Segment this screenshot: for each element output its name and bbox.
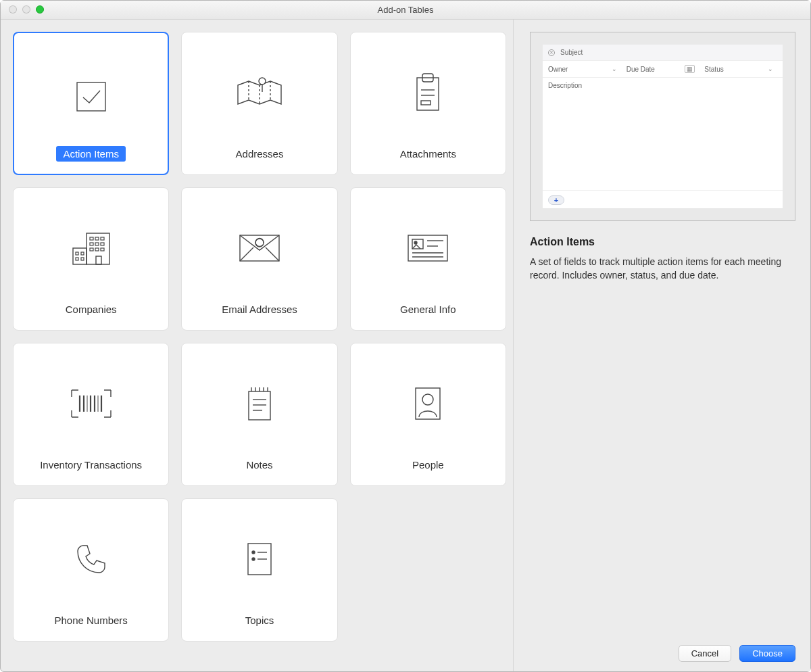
- add-record-button: +: [548, 195, 564, 205]
- map-pin-icon: [182, 32, 337, 139]
- svg-rect-6: [421, 101, 431, 105]
- svg-point-48: [252, 558, 255, 560]
- tile-notes[interactable]: Notes: [181, 343, 337, 486]
- clear-icon: ✕: [548, 49, 555, 56]
- svg-point-46: [252, 551, 255, 554]
- tile-label: Addresses: [236, 139, 284, 174]
- tile-label: People: [412, 450, 444, 485]
- svg-rect-11: [101, 237, 104, 240]
- tile-label: Action Items: [56, 146, 126, 162]
- svg-point-1: [259, 78, 266, 85]
- chevron-down-icon: ⌄: [768, 66, 773, 72]
- preview-form: ✕ Subject Owner⌄ Due Date▦ Status⌄ Descr…: [543, 45, 783, 208]
- preview-field-subject: Subject: [560, 49, 583, 56]
- svg-point-44: [422, 394, 433, 405]
- tile-label: Attachments: [400, 139, 456, 174]
- minimize-window-button[interactable]: [22, 5, 30, 14]
- svg-rect-18: [76, 252, 78, 255]
- preview-subject-row: ✕ Subject: [543, 45, 783, 61]
- svg-rect-8: [73, 248, 87, 264]
- tile-label: Notes: [246, 450, 272, 485]
- calendar-icon: ▦: [685, 65, 695, 73]
- svg-rect-23: [240, 235, 279, 261]
- table-grid-pane: Action Items Addresses Attachments: [1, 20, 513, 671]
- tile-email-addresses[interactable]: Email Addresses: [181, 187, 337, 331]
- tile-people[interactable]: People: [350, 343, 506, 486]
- preview-frame: ✕ Subject Owner⌄ Due Date▦ Status⌄ Descr…: [530, 32, 795, 221]
- zoom-window-button[interactable]: [36, 5, 44, 14]
- svg-rect-13: [95, 243, 99, 245]
- preview-field-owner: Owner: [548, 66, 568, 73]
- traffic-lights: [9, 5, 44, 14]
- table-grid: Action Items Addresses Attachments: [13, 32, 506, 642]
- tile-attachments[interactable]: Attachments: [350, 32, 506, 175]
- choose-button[interactable]: Choose: [739, 645, 795, 662]
- chevron-down-icon: ⌄: [612, 66, 617, 72]
- svg-rect-20: [76, 258, 78, 260]
- tile-label: Email Addresses: [222, 294, 297, 330]
- tile-general-info[interactable]: General Info: [350, 187, 506, 331]
- person-frame-icon: [351, 343, 506, 450]
- svg-rect-22: [96, 256, 101, 264]
- envelope-at-icon: [182, 188, 337, 294]
- svg-rect-12: [90, 243, 93, 245]
- preview-field-description: Description: [548, 82, 582, 89]
- tile-companies[interactable]: Companies: [13, 187, 169, 331]
- tile-label: Phone Numbers: [54, 605, 127, 641]
- svg-point-27: [414, 241, 417, 244]
- svg-rect-15: [90, 248, 93, 251]
- tile-action-items[interactable]: Action Items: [13, 32, 169, 175]
- svg-rect-0: [77, 82, 105, 111]
- svg-rect-10: [95, 237, 99, 240]
- tile-label: General Info: [400, 294, 456, 330]
- tile-label: Inventory Transactions: [40, 450, 142, 485]
- detail-description: A set of fields to track multiple action…: [530, 255, 795, 283]
- clipboard-icon: [351, 32, 506, 139]
- svg-rect-39: [249, 391, 270, 420]
- svg-rect-17: [101, 248, 104, 251]
- tile-label: Topics: [245, 605, 274, 641]
- titlebar: Add-on Tables: [1, 1, 810, 20]
- svg-rect-9: [90, 237, 93, 240]
- preview-owner-row: Owner⌄ Due Date▦ Status⌄: [543, 61, 783, 78]
- close-window-button[interactable]: [9, 5, 17, 14]
- tile-label: Companies: [66, 294, 117, 330]
- buildings-icon: [14, 188, 168, 294]
- svg-rect-2: [417, 78, 439, 110]
- dialog-window: Add-on Tables Action Items Addresses: [0, 0, 811, 672]
- preview-field-status: Status: [704, 66, 723, 73]
- phone-handset-icon: [14, 499, 168, 605]
- preview-field-due-date: Due Date: [626, 66, 655, 73]
- barcode-icon: [14, 343, 168, 450]
- checkmark-box-icon: [14, 33, 168, 146]
- tile-inventory-transactions[interactable]: Inventory Transactions: [13, 343, 169, 486]
- detail-pane: ✕ Subject Owner⌄ Due Date▦ Status⌄ Descr…: [513, 20, 810, 671]
- tile-addresses[interactable]: Addresses: [181, 32, 337, 175]
- content: Action Items Addresses Attachments: [1, 20, 810, 671]
- svg-rect-16: [95, 248, 99, 251]
- tile-phone-numbers[interactable]: Phone Numbers: [13, 498, 169, 642]
- notepad-icon: [182, 343, 337, 450]
- preview-footer: +: [543, 190, 783, 208]
- preview-description-row: Description: [543, 78, 783, 93]
- cancel-button[interactable]: Cancel: [679, 645, 731, 662]
- tile-topics[interactable]: Topics: [181, 498, 337, 642]
- svg-rect-14: [101, 243, 104, 245]
- window-title: Add-on Tables: [1, 5, 810, 15]
- svg-rect-21: [81, 258, 84, 260]
- svg-rect-19: [81, 252, 84, 255]
- bullet-list-icon: [182, 499, 337, 605]
- card-info-icon: [351, 188, 506, 294]
- dialog-buttons: Cancel Choose: [530, 637, 795, 662]
- detail-title: Action Items: [530, 236, 795, 248]
